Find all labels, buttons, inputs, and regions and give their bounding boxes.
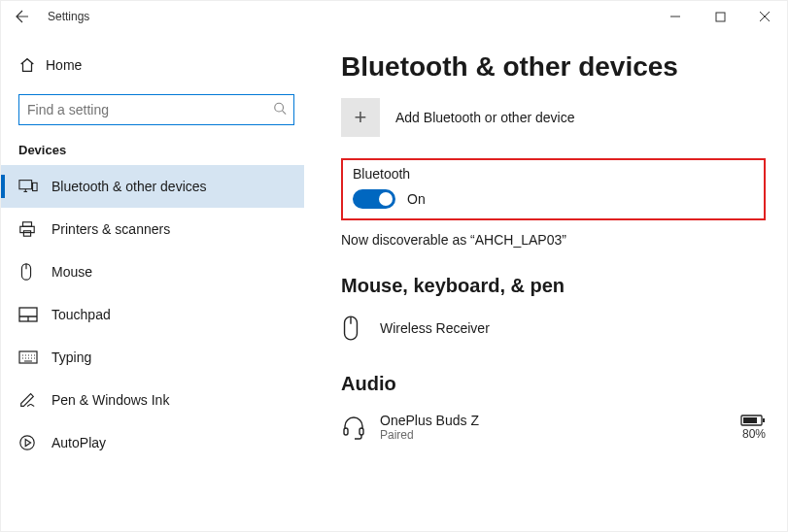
sidebar-home[interactable]: Home	[1, 44, 304, 86]
svg-rect-2	[19, 181, 32, 189]
battery-indicator: 80%	[740, 414, 766, 441]
battery-icon	[740, 414, 766, 427]
back-button[interactable]	[1, 1, 44, 32]
device-row-receiver[interactable]: Wireless Receiver	[341, 311, 766, 346]
main-panel: Bluetooth & other devices + Add Bluetoot…	[304, 32, 787, 531]
add-device-row[interactable]: + Add Bluetooth or other device	[341, 98, 766, 137]
titlebar: Settings	[1, 1, 787, 32]
bluetooth-state: On	[407, 191, 426, 207]
device-row-buds[interactable]: OnePlus Buds Z Paired 80%	[341, 409, 766, 446]
window-title: Settings	[44, 10, 89, 23]
sidebar-home-label: Home	[46, 57, 82, 73]
pen-icon	[18, 391, 51, 409]
add-device-label: Add Bluetooth or other device	[395, 110, 574, 125]
section-heading-mkp: Mouse, keyboard, & pen	[341, 275, 766, 297]
printer-icon	[18, 220, 51, 238]
sidebar-item-label: Printers & scanners	[51, 221, 170, 237]
bluetooth-toggle[interactable]	[353, 189, 395, 209]
svg-rect-0	[716, 13, 725, 21]
sidebar-item-pen[interactable]: Pen & Windows Ink	[1, 379, 304, 421]
maximize-button[interactable]	[698, 1, 742, 32]
headset-icon	[341, 415, 380, 440]
sidebar-item-label: AutoPlay	[51, 435, 106, 450]
svg-point-1	[275, 103, 284, 112]
bluetooth-label: Bluetooth	[353, 166, 754, 182]
mouse-icon	[18, 262, 51, 282]
touchpad-icon	[18, 307, 51, 322]
svg-rect-16	[743, 417, 757, 423]
minimize-button[interactable]	[653, 1, 698, 32]
sidebar-item-label: Mouse	[51, 264, 92, 280]
sidebar-item-mouse[interactable]: Mouse	[1, 250, 304, 293]
svg-rect-13	[360, 428, 363, 435]
svg-rect-15	[763, 418, 765, 422]
arrow-left-icon	[15, 9, 30, 24]
home-icon	[18, 56, 46, 74]
sidebar-item-printers[interactable]: Printers & scanners	[1, 208, 304, 250]
device-name: Wireless Receiver	[380, 320, 490, 336]
keyboard-icon	[18, 350, 51, 364]
svg-point-10	[20, 436, 34, 449]
sidebar-item-touchpad[interactable]: Touchpad	[1, 293, 304, 336]
device-status: Paired	[380, 428, 479, 442]
sidebar-item-typing[interactable]: Typing	[1, 336, 304, 379]
sidebar: Home Devices Bluetooth & other devices P…	[1, 32, 304, 531]
add-device-button[interactable]: +	[341, 98, 380, 137]
autoplay-icon	[18, 434, 51, 451]
svg-rect-4	[23, 222, 32, 227]
svg-rect-5	[20, 226, 34, 232]
sidebar-item-label: Typing	[51, 349, 91, 365]
devices-icon	[18, 179, 51, 194]
close-icon	[759, 11, 771, 22]
bluetooth-highlight: Bluetooth On	[341, 158, 766, 220]
plus-icon: +	[355, 105, 367, 130]
sidebar-category-label: Devices	[1, 137, 304, 165]
svg-rect-3	[33, 183, 38, 190]
maximize-icon	[715, 12, 726, 22]
search-input[interactable]	[18, 94, 294, 125]
sidebar-item-bluetooth[interactable]: Bluetooth & other devices	[1, 165, 304, 208]
mouse-device-icon	[341, 315, 380, 342]
sidebar-item-label: Touchpad	[51, 307, 111, 322]
close-button[interactable]	[742, 1, 787, 32]
sidebar-item-label: Pen & Windows Ink	[51, 392, 169, 408]
minimize-icon	[669, 11, 681, 22]
sidebar-item-label: Bluetooth & other devices	[51, 179, 207, 194]
svg-rect-12	[344, 428, 348, 435]
discoverable-text: Now discoverable as “AHCH_LAP03”	[341, 232, 766, 248]
search-icon	[273, 102, 287, 118]
page-title: Bluetooth & other devices	[341, 51, 766, 83]
sidebar-item-autoplay[interactable]: AutoPlay	[1, 421, 304, 464]
battery-percent: 80%	[740, 427, 766, 441]
section-heading-audio: Audio	[341, 373, 766, 395]
device-name: OnePlus Buds Z	[380, 413, 479, 428]
svg-rect-6	[23, 231, 30, 236]
toggle-knob	[379, 192, 393, 206]
